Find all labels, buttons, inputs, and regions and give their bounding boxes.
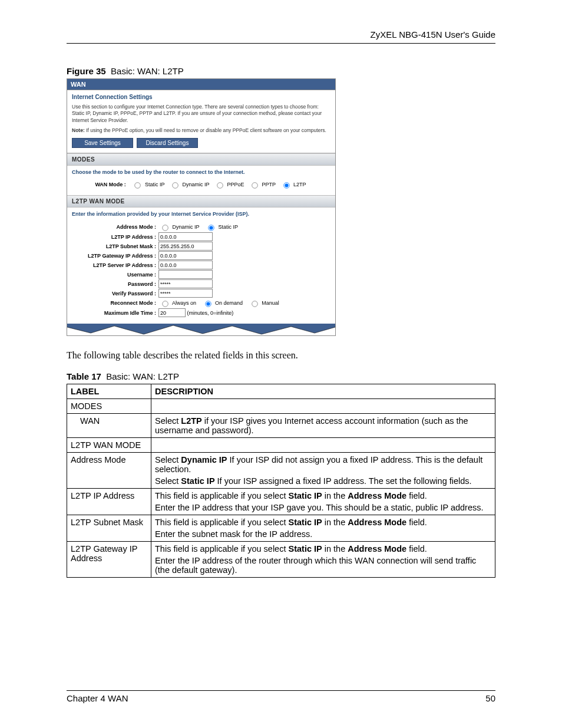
radio-pppoe[interactable] xyxy=(217,183,223,189)
page-footer: Chapter 4 WAN 50 xyxy=(67,690,495,703)
table-row: WANSelect L2TP if your ISP gives you Int… xyxy=(67,414,495,438)
radio-addr-dynamic[interactable] xyxy=(162,225,168,231)
l2tp-mask-input[interactable] xyxy=(158,242,213,251)
figure-title: Basic: WAN: L2TP xyxy=(111,66,184,76)
password-label: Password : xyxy=(72,281,158,287)
l2tp-server-input[interactable] xyxy=(158,261,213,269)
modes-desc: Choose the mode to be used by the router… xyxy=(67,166,335,177)
cell-description: Select Dynamic IP If your ISP did not as… xyxy=(151,453,495,489)
table-row: L2TP IP AddressThis field is applicable … xyxy=(67,489,495,515)
tear-edge xyxy=(67,324,335,335)
footer-chapter: Chapter 4 WAN xyxy=(67,693,128,703)
l2tp-ip-input[interactable] xyxy=(158,232,213,241)
wan-mode-label: WAN Mode : xyxy=(95,182,126,187)
table-number: Table 17 xyxy=(67,371,101,381)
table-row: Address ModeSelect Dynamic IP If your IS… xyxy=(67,453,495,489)
figure-number: Figure 35 xyxy=(67,66,106,76)
radio-l2tp[interactable] xyxy=(283,183,289,189)
body-paragraph: The following table describes the relate… xyxy=(67,350,495,361)
l2tp-form: Address Mode : Dynamic IP Static IP L2TP… xyxy=(67,219,335,324)
cell-label: Address Mode xyxy=(67,453,151,489)
l2tp-server-label: L2TP Server IP Address : xyxy=(72,262,158,268)
verify-password-label: Verify Password : xyxy=(72,291,158,297)
figure-caption: Figure 35 Basic: WAN: L2TP xyxy=(67,66,495,76)
address-mode-label: Address Mode : xyxy=(72,224,158,230)
cell-label: L2TP WAN MODE xyxy=(67,438,151,453)
cell-label: L2TP IP Address xyxy=(67,489,151,515)
l2tp-mask-label: L2TP Subnet Mask : xyxy=(72,243,158,249)
table-title: Basic: WAN: L2TP xyxy=(106,371,179,381)
cell-label: L2TP Gateway IP Address xyxy=(67,542,151,578)
l2tp-header: L2TP WAN MODE xyxy=(67,195,335,207)
verify-password-input[interactable] xyxy=(158,289,213,298)
wan-mode-row: WAN Mode : Static IP Dynamic IP PPPoE PP… xyxy=(67,177,335,195)
idle-input[interactable] xyxy=(158,308,186,317)
settings-desc: Use this section to configure your Inter… xyxy=(72,104,330,124)
cell-label: WAN xyxy=(67,414,151,438)
cell-description: This field is applicable if you select S… xyxy=(151,515,495,542)
radio-rc-demand[interactable] xyxy=(205,301,211,307)
radio-dynamic-ip[interactable] xyxy=(172,183,178,189)
wan-title: WAN xyxy=(67,79,335,90)
table-row: L2TP WAN MODE xyxy=(67,438,495,453)
cell-description xyxy=(151,399,495,414)
cell-description: This field is applicable if you select S… xyxy=(151,489,495,515)
table-caption: Table 17 Basic: WAN: L2TP xyxy=(67,371,495,381)
radio-addr-static[interactable] xyxy=(208,225,214,231)
idle-suffix: (minutes, 0=infinite) xyxy=(187,310,234,316)
password-input[interactable] xyxy=(158,279,213,288)
table-row: MODES xyxy=(67,399,495,414)
l2tp-desc: Enter the information provided by your I… xyxy=(67,207,335,219)
settings-note: Note: If using the PPPoE option, you wil… xyxy=(72,127,330,133)
table-row: L2TP Subnet MaskThis field is applicable… xyxy=(67,515,495,542)
settings-heading: Internet Connection Settings xyxy=(72,94,330,100)
radio-pptp[interactable] xyxy=(252,183,257,189)
idle-label: Maximum Idle Time : xyxy=(72,310,158,316)
desc-table: LABEL DESCRIPTION MODESWANSelect L2TP if… xyxy=(67,384,495,578)
l2tp-gw-label: L2TP Gateway IP Address : xyxy=(72,253,158,259)
th-label: LABEL xyxy=(67,384,151,399)
reconnect-label: Reconnect Mode : xyxy=(72,300,158,306)
cell-label: MODES xyxy=(67,399,151,414)
footer-page: 50 xyxy=(485,693,495,703)
username-label: Username : xyxy=(72,272,158,278)
cell-description: This field is applicable if you select S… xyxy=(151,542,495,578)
cell-label: L2TP Subnet Mask xyxy=(67,515,151,542)
l2tp-gw-input[interactable] xyxy=(158,251,213,260)
table-row: L2TP Gateway IP AddressThis field is app… xyxy=(67,542,495,578)
router-wan-screenshot: WAN Internet Connection Settings Use thi… xyxy=(67,78,336,336)
header-rule xyxy=(67,43,495,44)
th-description: DESCRIPTION xyxy=(151,384,495,399)
cell-description xyxy=(151,438,495,453)
radio-rc-always[interactable] xyxy=(162,301,168,307)
radio-static-ip[interactable] xyxy=(135,183,141,189)
doc-header: ZyXEL NBG-415N User's Guide xyxy=(67,29,495,39)
discard-button[interactable]: Discard Settings xyxy=(137,138,198,148)
cell-description: Select L2TP if your ISP gives you Intern… xyxy=(151,414,495,438)
modes-header: MODES xyxy=(67,153,335,166)
username-input[interactable] xyxy=(158,270,213,279)
radio-rc-manual[interactable] xyxy=(252,301,257,307)
l2tp-ip-label: L2TP IP Address : xyxy=(72,234,158,240)
save-button[interactable]: Save Settings xyxy=(72,138,133,148)
